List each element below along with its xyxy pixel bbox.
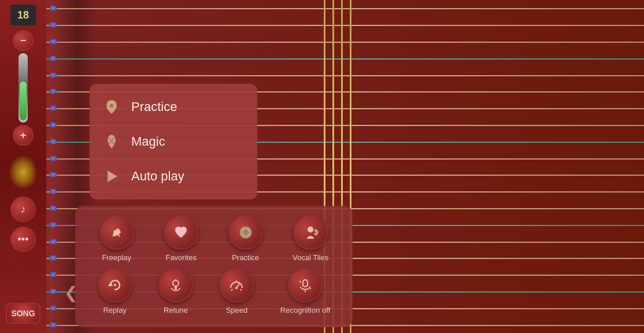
tuning-pin [50,306,57,310]
autoplay-mode-label: Auto play [131,169,184,184]
tuning-pin [50,89,57,94]
favorites-button[interactable] [164,215,198,250]
tuning-pin [50,73,57,77]
replay-button[interactable] [98,268,132,302]
left-panel: 18 − + ♪ ••• SONG [0,0,46,333]
replay-label: Replay [103,306,126,314]
recognition-off-label: Recognition off [280,306,331,314]
favorites-label: Favorites [165,253,196,262]
tuning-pin [50,106,57,110]
tuning-pin [50,256,57,260]
svg-marker-1 [108,171,117,182]
tuning-pin [50,323,57,327]
tuning-pin [50,172,57,177]
tuning-pins-row [47,0,65,333]
svg-point-8 [173,280,179,286]
decorative-ornament [9,155,38,190]
practice-control[interactable]: Practice [228,215,263,262]
svg-point-5 [308,227,313,232]
practice-button[interactable] [228,215,263,250]
svg-point-12 [235,287,238,289]
speed-label: Speed [226,306,248,314]
retune-button[interactable] [158,268,193,302]
controls-row-1: Freeplay Favorites Practice [84,215,343,262]
tuning-pin [50,23,57,27]
volume-slider[interactable] [18,53,28,123]
number-display: 18 [10,5,36,25]
mode-menu-popup: Practice Magic Auto play [90,84,257,199]
tuning-pin [50,223,57,227]
mode-item-practice[interactable]: Practice [90,90,257,124]
svg-marker-6 [108,282,113,286]
tuning-pin [50,206,57,210]
controls-panel: Freeplay Favorites Practice [75,206,353,327]
practice-mode-icon [101,97,122,117]
freeplay-button[interactable] [99,215,134,250]
svg-line-14 [240,289,242,291]
volume-minus-button[interactable]: − [13,30,34,51]
autoplay-mode-icon [101,166,122,187]
tuning-pin [50,6,57,10]
tuning-pin [50,272,57,277]
retune-label: Retune [164,306,188,314]
tuning-pin [50,289,57,294]
chevron-left-button[interactable]: ❮ [64,275,78,310]
magic-mode-icon [101,131,122,152]
tuning-pin [50,39,57,44]
tuning-pin [50,239,57,244]
favorites-control[interactable]: Favorites [164,215,198,262]
tuning-pin [50,139,57,144]
controls-row-2: Replay Retune [84,268,343,314]
retune-control[interactable]: Retune [158,268,193,314]
speed-control[interactable]: Speed [219,268,254,314]
more-options-icon: ••• [18,234,29,246]
recognition-off-control[interactable]: Recognition off [280,268,331,314]
svg-point-0 [110,104,113,108]
volume-fill [20,82,27,120]
tuning-pin [50,156,57,161]
tuning-pin [50,56,57,61]
tuning-pin [50,189,57,194]
volume-plus-button[interactable]: + [13,125,34,146]
practice-mode-label: Practice [131,99,177,114]
svg-rect-16 [303,280,308,287]
music-note-button[interactable]: ♪ [10,197,36,222]
music-note-icon: ♪ [21,204,26,216]
practice-label: Practice [232,253,259,262]
speed-button[interactable] [219,268,254,302]
more-options-button[interactable]: ••• [10,227,36,252]
recognition-off-button[interactable] [288,268,323,302]
svg-rect-9 [175,286,177,290]
volume-section: − + [13,30,34,146]
mode-item-magic[interactable]: Magic [90,124,257,159]
song-button[interactable]: SONG [6,303,40,324]
svg-point-7 [114,284,116,286]
svg-line-13 [231,289,232,291]
mode-item-autoplay[interactable]: Auto play [90,159,257,194]
vocal-tiles-label: Vocal Tiles [293,253,328,262]
vocal-tiles-button[interactable] [293,215,328,250]
vocal-tiles-control[interactable]: Vocal Tiles [293,215,328,262]
freeplay-label: Freeplay [102,253,131,262]
tuning-pin [50,123,57,127]
freeplay-control[interactable]: Freeplay [99,215,134,262]
magic-mode-label: Magic [131,134,165,149]
replay-control[interactable]: Replay [98,268,132,314]
